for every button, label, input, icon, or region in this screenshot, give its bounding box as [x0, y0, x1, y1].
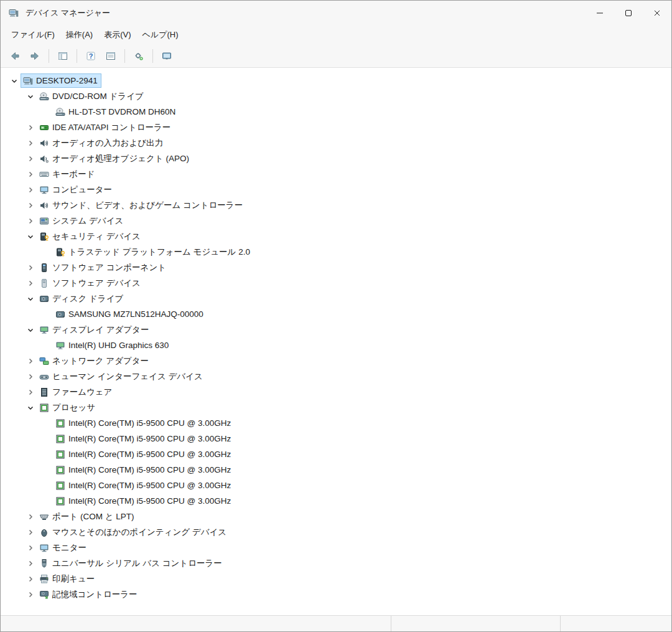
chevron-down-icon[interactable] [24, 400, 37, 415]
device-display-icon [162, 50, 172, 61]
tree-row: プロセッサ [1, 400, 671, 415]
menu-view[interactable]: 表示(V) [98, 26, 136, 44]
tree-node[interactable]: キーボード [37, 167, 98, 182]
chevron-right-icon[interactable] [24, 135, 37, 151]
tree-node[interactable]: Intel(R) Core(TM) i5-9500 CPU @ 3.00GHz [53, 463, 235, 477]
chevron-down-icon[interactable] [24, 229, 37, 244]
chevron-right-icon[interactable] [24, 151, 37, 166]
toolbar-divider [124, 49, 125, 63]
device-display-button[interactable] [157, 47, 176, 65]
maximize-button[interactable] [614, 1, 643, 26]
processor-icon [55, 418, 65, 428]
tree-node[interactable]: セキュリティ デバイス [37, 229, 144, 244]
chevron-down-icon[interactable] [24, 88, 37, 104]
chevron-right-icon[interactable] [24, 587, 37, 602]
tree-node[interactable]: ネットワーク アダプター [37, 354, 152, 369]
tree-node[interactable]: Intel(R) Core(TM) i5-9500 CPU @ 3.00GHz [53, 494, 235, 508]
tree-node[interactable]: ソフトウェア デバイス [37, 276, 144, 291]
tree-row: 記憶域コントローラー [1, 587, 671, 602]
chevron-right-icon[interactable] [24, 369, 37, 384]
menu-action[interactable]: 操作(A) [60, 26, 98, 44]
tree-node[interactable]: 記憶域コントローラー [37, 587, 141, 602]
chevron-right-icon[interactable] [24, 260, 37, 275]
console-tree-button[interactable] [54, 47, 72, 65]
hid-icon [39, 371, 49, 382]
back-button[interactable] [6, 47, 24, 65]
tree-row: SAMSUNG MZ7LN512HAJQ-00000 [1, 306, 671, 322]
tree-node[interactable]: ソフトウェア コンポーネント [37, 260, 170, 275]
tree-node[interactable]: DVD/CD-ROM ドライブ [37, 89, 147, 104]
statusbar [1, 615, 671, 631]
chevron-right-icon[interactable] [24, 524, 37, 540]
tree-node[interactable]: コンピューター [37, 182, 116, 197]
tree-node-label: 印刷キュー [52, 573, 95, 585]
tree-node-label: Intel(R) UHD Graphics 630 [68, 341, 169, 350]
disk-drive-icon [39, 293, 49, 304]
scan-hardware-button[interactable] [129, 47, 148, 65]
help-button[interactable]: ? [82, 47, 100, 65]
tree-node[interactable]: モニター [37, 540, 90, 555]
processor-icon [55, 480, 65, 491]
chevron-right-icon[interactable] [24, 182, 37, 197]
properties-button[interactable] [101, 47, 120, 65]
tree-node[interactable]: Intel(R) Core(TM) i5-9500 CPU @ 3.00GHz [53, 447, 235, 461]
chevron-right-icon[interactable] [24, 571, 37, 587]
processor-icon [39, 402, 49, 413]
tree-node-label: セキュリティ デバイス [52, 231, 141, 242]
tree-node[interactable]: HL-DT-ST DVDROM DH60N [53, 105, 179, 119]
forward-button[interactable] [26, 47, 44, 65]
menu-file[interactable]: ファイル(F) [6, 26, 60, 44]
close-icon [652, 8, 663, 19]
tree-node[interactable]: システム デバイス [37, 214, 127, 229]
chevron-down-icon[interactable] [24, 291, 37, 306]
tree-node[interactable]: Intel(R) Core(TM) i5-9500 CPU @ 3.00GHz [53, 478, 235, 493]
chevron-right-icon[interactable] [24, 555, 37, 571]
tree-node[interactable]: プロセッサ [37, 400, 99, 415]
menu-help[interactable]: ヘルプ(H) [137, 26, 184, 44]
tree-row: DVD/CD-ROM ドライブ [1, 88, 671, 104]
computer-icon [8, 7, 19, 19]
chevron-right-icon[interactable] [24, 384, 37, 400]
tree-node[interactable]: ユニバーサル シリアル バス コントローラー [37, 556, 226, 571]
tree-node[interactable]: オーディオの入力および出力 [37, 136, 167, 151]
tree-node[interactable]: Intel(R) UHD Graphics 630 [53, 338, 172, 352]
chevron-right-icon[interactable] [24, 509, 37, 524]
processor-icon [55, 449, 65, 460]
tree-node[interactable]: ポート (COM と LPT) [37, 509, 138, 524]
tree-node[interactable]: ヒューマン インターフェイス デバイス [37, 369, 207, 384]
expander-spacer [40, 462, 53, 478]
chevron-down-icon[interactable] [24, 322, 37, 337]
chevron-right-icon[interactable] [24, 213, 37, 229]
tree-node-label: ソフトウェア コンポーネント [52, 262, 166, 273]
chevron-right-icon[interactable] [24, 540, 37, 555]
tree-row: ディスク ドライブ [1, 291, 671, 306]
tree-row: ファームウェア [1, 384, 671, 400]
tree-node[interactable]: オーディオ処理オブジェクト (APO) [37, 151, 193, 166]
tree-node[interactable]: サウンド、ビデオ、およびゲーム コントローラー [37, 198, 246, 213]
ide-controller-icon [39, 122, 49, 133]
chevron-down-icon[interactable] [8, 73, 21, 88]
chevron-right-icon[interactable] [24, 120, 37, 135]
expander-spacer [40, 478, 53, 493]
tree-node[interactable]: ファームウェア [37, 385, 116, 400]
tree-node[interactable]: ディスク ドライブ [37, 291, 127, 306]
tree-node[interactable]: SAMSUNG MZ7LN512HAJQ-00000 [53, 307, 207, 321]
tree-node[interactable]: トラステッド プラットフォーム モジュール 2.0 [53, 245, 254, 260]
close-button[interactable] [643, 1, 671, 26]
device-tree: DESKTOP-2941DVD/CD-ROM ドライブHL-DT-ST DVDR… [1, 68, 671, 615]
tree-node[interactable]: DESKTOP-2941 [21, 73, 101, 88]
tree-node[interactable]: ディスプレイ アダプター [37, 323, 152, 337]
tree-node[interactable]: Intel(R) Core(TM) i5-9500 CPU @ 3.00GHz [53, 432, 235, 446]
tree-node-label: Intel(R) Core(TM) i5-9500 CPU @ 3.00GHz [68, 465, 231, 474]
tree-node[interactable]: Intel(R) Core(TM) i5-9500 CPU @ 3.00GHz [53, 416, 235, 430]
chevron-right-icon[interactable] [24, 275, 37, 291]
tree-node[interactable]: IDE ATA/ATAPI コントローラー [37, 120, 174, 135]
minimize-button[interactable] [586, 1, 614, 26]
tree-node[interactable]: マウスとそのほかのポインティング デバイス [37, 525, 230, 540]
chevron-right-icon[interactable] [24, 353, 37, 369]
status-section [391, 616, 561, 631]
tree-node[interactable]: 印刷キュー [37, 572, 98, 587]
chevron-right-icon[interactable] [24, 197, 37, 213]
chevron-right-icon[interactable] [24, 166, 37, 182]
tree-node-label: 記憶域コントローラー [52, 589, 138, 600]
